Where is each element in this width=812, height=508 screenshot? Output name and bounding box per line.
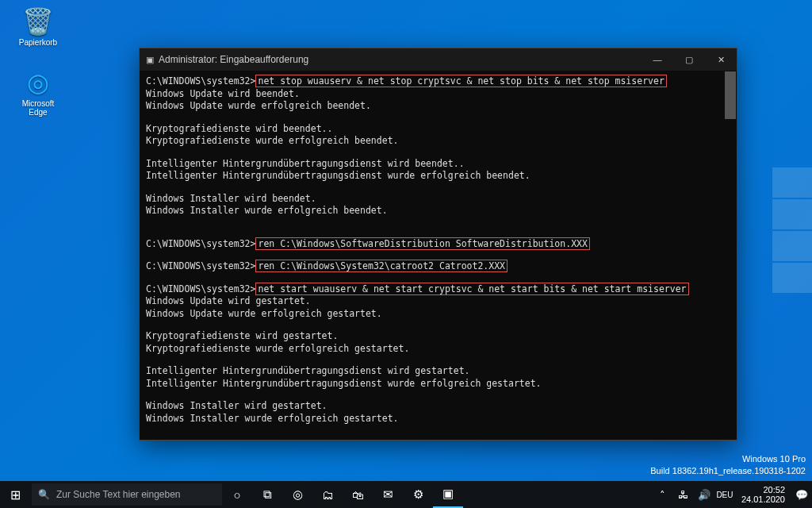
- prompt: C:\WINDOWS\system32>: [146, 238, 255, 249]
- output-line: Windows Update wurde erfolgreich gestart…: [146, 308, 730, 321]
- cmd-icon: ▣: [146, 55, 154, 65]
- tray-clock[interactable]: 20:52 24.01.2020: [735, 485, 791, 504]
- highlighted-command-3: ren C:\Windows\System32\catroot2 Catroot…: [255, 260, 508, 272]
- start-button[interactable]: ⊞: [0, 481, 30, 508]
- search-placeholder: Zur Suche Text hier eingeben: [56, 489, 181, 500]
- output-line: Windows Update wird beendet.: [146, 88, 730, 101]
- recycle-bin-icon: 🗑️: [14, 6, 62, 37]
- prompt: C:\WINDOWS\system32>: [146, 260, 255, 271]
- scrollbar-thumb[interactable]: [725, 71, 736, 119]
- taskbar-app-settings[interactable]: ⚙: [403, 481, 433, 508]
- prompt: C:\WINDOWS\system32>: [146, 283, 255, 294]
- edge-icon: ◎: [14, 67, 62, 98]
- desktop-icon-recycle-bin[interactable]: 🗑️ Papierkorb: [14, 6, 62, 47]
- taskbar-app-explorer[interactable]: 🗂: [312, 481, 343, 508]
- terminal-output[interactable]: C:\WINDOWS\system32>net stop wuauserv & …: [140, 71, 737, 440]
- taskbar-app-mail[interactable]: ✉: [373, 481, 403, 508]
- cmd-window: ▣ Administrator: Eingabeaufforderung — ▢…: [139, 48, 737, 441]
- cmd-titlebar[interactable]: ▣ Administrator: Eingabeaufforderung — ▢…: [140, 48, 737, 71]
- highlighted-command-1: net stop wuauserv & net stop cryptsvc & …: [255, 75, 666, 87]
- highlighted-command-2: ren C:\Windows\SoftwareDistribution Soft…: [255, 237, 589, 250]
- tray-volume-icon[interactable]: 🔊: [694, 481, 714, 508]
- prompt: C:\WINDOWS\system32>: [146, 75, 255, 87]
- output-line: Kryptografiedienste wurde erfolgreich be…: [146, 135, 730, 148]
- output-line: Windows Installer wurde erfolgreich gest…: [146, 413, 730, 425]
- output-line: Kryptografiedienste wurde erfolgreich ge…: [146, 343, 730, 356]
- output-line: Windows Installer wird gestartet.: [146, 400, 730, 413]
- tray-overflow-icon[interactable]: ˄: [653, 481, 673, 508]
- windows-watermark: Windows 10 Pro Build 18362.19h1_release.…: [650, 453, 806, 476]
- output-line: Windows Installer wird beendet.: [146, 193, 730, 206]
- search-box[interactable]: 🔍 Zur Suche Text hier eingeben: [32, 483, 222, 506]
- output-line: Intelligenter Hintergrundübertragungsdie…: [146, 170, 730, 183]
- task-view-button[interactable]: ⧉: [252, 481, 282, 508]
- output-line: Intelligenter Hintergrundübertragungsdie…: [146, 365, 730, 378]
- output-line: Intelligenter Hintergrundübertragungsdie…: [146, 158, 730, 171]
- edge-label: Microsoft Edge: [22, 99, 55, 117]
- recycle-bin-label: Papierkorb: [19, 38, 57, 47]
- tray-notifications-icon[interactable]: 💬: [791, 481, 812, 508]
- output-line: Intelligenter Hintergrundübertragungsdie…: [146, 378, 730, 391]
- tray-network-icon[interactable]: 🖧: [673, 481, 694, 508]
- cortana-button[interactable]: ○: [222, 481, 252, 508]
- taskbar-app-edge[interactable]: ◎: [282, 481, 312, 508]
- minimize-button[interactable]: —: [642, 48, 673, 71]
- maximize-button[interactable]: ▢: [673, 48, 705, 71]
- taskbar-app-store[interactable]: 🛍: [343, 481, 373, 508]
- taskbar: ⊞ 🔍 Zur Suche Text hier eingeben ○ ⧉ ◎ 🗂…: [0, 481, 812, 508]
- tray-language-icon[interactable]: DEU: [714, 481, 735, 508]
- output-line: Kryptografiedienste wird beendet..: [146, 123, 730, 136]
- highlighted-command-4: net start wuauserv & net start cryptsvc …: [255, 283, 688, 295]
- taskbar-app-cmd[interactable]: ▣: [433, 481, 463, 508]
- desktop-accent: [772, 167, 812, 294]
- output-line: Windows Update wurde erfolgreich beendet…: [146, 100, 730, 113]
- desktop-icon-edge[interactable]: ◎ Microsoft Edge: [14, 67, 62, 117]
- close-button[interactable]: ✕: [705, 48, 737, 71]
- output-line: Kryptografiedienste wird gestartet.: [146, 330, 730, 343]
- output-line: Windows Update wird gestartet.: [146, 295, 730, 308]
- output-line: Windows Installer wurde erfolgreich been…: [146, 205, 730, 217]
- cmd-title: Administrator: Eingabeaufforderung: [159, 54, 308, 65]
- search-icon: 🔍: [38, 489, 50, 500]
